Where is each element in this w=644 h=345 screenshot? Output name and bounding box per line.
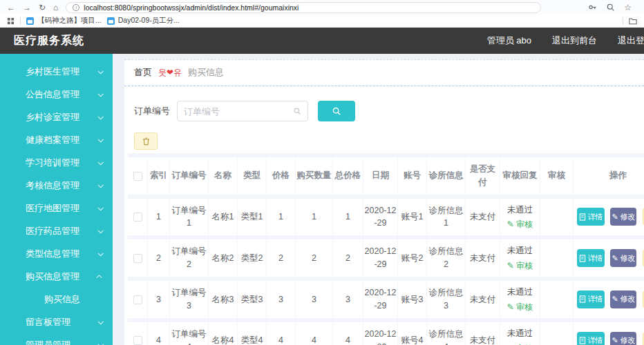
batch-delete-button[interactable]: [134, 132, 158, 150]
chevron-down-icon: [97, 182, 103, 188]
review-link[interactable]: ✎ 审核: [501, 342, 539, 345]
logout-link[interactable]: 退出登录: [618, 34, 644, 47]
password-key-icon[interactable]: [588, 3, 597, 12]
cell-order: 订单编号2: [169, 239, 208, 277]
detail-button[interactable]: 详情: [577, 208, 605, 226]
cell-total: 1: [332, 199, 363, 236]
edit-button[interactable]: ✎ 修改: [610, 290, 636, 308]
breadcrumb-decoration-icon: 웃❤유: [158, 67, 182, 79]
zoom-icon[interactable]: [606, 3, 615, 12]
browser-nav-bar: ← → ↻ ⌂ i localhost:8080/springbootwssjx…: [0, 0, 644, 14]
sidebar-item[interactable]: 公告信息管理: [0, 83, 113, 106]
row-checkbox[interactable]: [133, 295, 142, 304]
review-link[interactable]: ✎ 审核: [501, 259, 539, 272]
cell-review: [540, 199, 573, 236]
search-button[interactable]: [318, 101, 355, 121]
address-bar[interactable]: i localhost:8080/springbootwssjx/admin/d…: [66, 2, 541, 13]
bookmark-item[interactable]: Day02-09-员工分...: [107, 16, 180, 26]
sidebar-item[interactable]: 类型信息管理: [0, 242, 113, 265]
search-row: 订单编号: [134, 101, 644, 121]
forward-icon[interactable]: →: [23, 3, 31, 12]
bookmarks-divider: [623, 17, 623, 25]
sidebar-item[interactable]: 乡村医生管理: [0, 60, 113, 83]
other-bookmarks-folder-icon[interactable]: [629, 17, 637, 25]
cell-operation: 详情 ✎ 修改: [573, 322, 644, 345]
select-all-checkbox[interactable]: [133, 172, 142, 181]
breadcrumb-current: 购买信息: [188, 66, 224, 79]
cell-index: 1: [147, 199, 169, 236]
review-reply-text: 未通过: [507, 328, 533, 338]
review-link[interactable]: ✎ 审核: [501, 218, 539, 230]
edit-button[interactable]: ✎ 修改: [610, 208, 636, 226]
edit-button[interactable]: ✎ 修改: [610, 249, 636, 267]
cell-review: [540, 239, 573, 277]
cell-review-reply: 未通过 ✎ 审核: [500, 199, 540, 236]
cell-date: 2020-12-29: [363, 281, 397, 318]
detail-button[interactable]: 详情: [577, 290, 605, 308]
row-checkbox[interactable]: [133, 254, 142, 263]
cell-price: 4: [266, 322, 295, 345]
bookmarks-divider: [20, 17, 21, 25]
sidebar-item[interactable]: 考核信息管理: [0, 174, 113, 197]
exit-to-front-link[interactable]: 退出到前台: [552, 34, 597, 47]
apps-grid-icon[interactable]: [7, 17, 15, 25]
sidebar-item-label: 留言板管理: [26, 316, 70, 328]
select-all-header: [128, 157, 147, 195]
cell-index: 3: [147, 281, 169, 318]
site-info-icon[interactable]: i: [73, 4, 79, 11]
table-row: 1 订单编号1 名称1 类型1 1 1 1 2020-12-29 账号1 诊所信…: [128, 199, 644, 236]
sidebar-item[interactable]: 管理员管理: [0, 333, 113, 345]
sidebar-item[interactable]: 购买信息: [0, 288, 113, 310]
cell-operation: 详情 ✎ 修改: [573, 281, 644, 318]
sidebar-item[interactable]: 留言板管理: [0, 310, 113, 333]
sidebar-item-label: 医疗药品管理: [26, 225, 79, 237]
cell-price: 3: [266, 281, 295, 318]
cell-total: 3: [332, 281, 363, 318]
cell-price: 2: [266, 239, 295, 277]
cell-order: 订单编号4: [169, 322, 208, 345]
chevron-down-icon: [97, 159, 103, 165]
breadcrumb-home[interactable]: 首页: [134, 66, 152, 79]
main-area: 首页 웃❤유 购买信息 订单编号: [113, 54, 644, 345]
sidebar-item[interactable]: 健康档案管理: [0, 128, 113, 151]
chevron-down-icon: [97, 205, 103, 210]
cell-review-reply: 未通过 ✎ 审核: [500, 239, 540, 277]
cell-index: 2: [147, 239, 169, 277]
purchase-table-wrap: 索引 订单编号 名称 类型 价格 购买数量 总价格 日期 账号 诊所信息 是否支…: [128, 153, 644, 345]
cell-order: 订单编号1: [169, 199, 208, 236]
sidebar-item[interactable]: 购买信息管理: [0, 265, 113, 288]
cell-account: 账号2: [397, 239, 426, 277]
sidebar-item-label: 管理员管理: [26, 339, 70, 345]
chevron-down-icon: [96, 275, 102, 280]
detail-button[interactable]: 详情: [577, 249, 605, 267]
cell-account: 账号4: [397, 322, 426, 345]
sidebar-item[interactable]: 医疗地图管理: [0, 197, 113, 219]
sidebar-item[interactable]: 学习培训管理: [0, 151, 113, 174]
cell-account: 账号1: [397, 199, 426, 236]
order-number-input[interactable]: [184, 106, 293, 117]
edit-button[interactable]: ✎ 修改: [610, 332, 636, 345]
home-icon[interactable]: ⌂: [53, 3, 58, 12]
order-number-input-wrap: [177, 101, 308, 121]
bookmark-favicon: [26, 17, 34, 25]
sidebar-item[interactable]: 乡村诊室管理: [0, 106, 113, 128]
col-header-index: 索引: [147, 157, 169, 195]
row-checkbox[interactable]: [133, 213, 142, 221]
row-checkbox[interactable]: [133, 336, 142, 345]
bookmark-item[interactable]: 【码神之路】项目...: [26, 16, 102, 26]
sidebar-item[interactable]: 医疗药品管理: [0, 219, 113, 242]
browser-chrome: ← → ↻ ⌂ i localhost:8080/springbootwssjx…: [0, 0, 644, 28]
col-header-qty: 购买数量: [295, 157, 332, 195]
bookmark-star-icon[interactable]: ☆: [624, 3, 632, 12]
cell-date: 2020-12-29: [363, 199, 397, 236]
review-link[interactable]: ✎ 审核: [501, 301, 539, 313]
cell-qty: 3: [295, 281, 332, 318]
detail-button[interactable]: 详情: [577, 332, 605, 345]
cell-qty: 2: [295, 239, 332, 277]
cell-total: 2: [332, 239, 363, 277]
back-icon[interactable]: ←: [7, 3, 15, 12]
bookmark-label: Day02-09-员工分...: [118, 16, 180, 26]
table-row: 2 订单编号2 名称2 类型2 2 2 2 2020-12-29 账号2 诊所信…: [128, 239, 644, 277]
cell-date: 2020-12-29: [363, 322, 397, 345]
reload-icon[interactable]: ↻: [39, 3, 46, 12]
